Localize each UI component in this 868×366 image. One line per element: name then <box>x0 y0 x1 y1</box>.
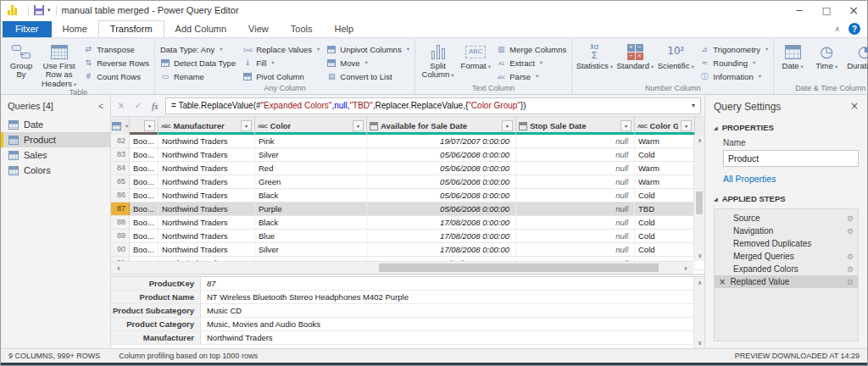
scrollbar-thumb[interactable] <box>379 263 659 272</box>
split-column-button[interactable]: Split Column▾ <box>418 41 458 84</box>
applied-step-expanded-colors[interactable]: Expanded Colors⚙ <box>715 263 858 275</box>
tab-home[interactable]: Home <box>52 21 98 37</box>
detect-data-type-button[interactable]: Detect Data Type <box>158 57 238 69</box>
column-header-name[interactable]: ▾ <box>130 117 159 135</box>
help-icon[interactable]: ? <box>849 23 860 35</box>
applied-step-replaced-value[interactable]: ×Replaced Value⚙ <box>715 275 858 288</box>
collapse-ribbon-icon[interactable]: ∧ <box>834 25 840 33</box>
table-row[interactable]: 88Boo...Northwind TradersBlack17/08/2008… <box>111 216 704 230</box>
scroll-left-icon[interactable]: ‹ <box>113 262 125 274</box>
parse-button[interactable]: abc Parse ▾ <box>493 70 569 82</box>
formula-expand-icon[interactable]: ▾ <box>692 102 695 109</box>
query-item-date[interactable]: Date <box>1 117 110 132</box>
duration-button[interactable]: ◔ Duration▾ <box>844 41 868 84</box>
query-item-colors[interactable]: Colors <box>1 163 110 178</box>
column-header-group[interactable]: ABCColor Group▾ <box>635 117 695 135</box>
scroll-up-icon[interactable]: ∧ <box>694 277 704 288</box>
applied-step-navigation[interactable]: Navigation⚙ <box>715 225 858 237</box>
select-all-corner[interactable]: ▾ <box>111 117 130 135</box>
scroll-up-icon[interactable]: ∧ <box>694 135 704 146</box>
scrollbar-thumb[interactable] <box>696 191 703 214</box>
rounding-button[interactable]: ≈ Rounding ▾ <box>697 57 771 69</box>
filter-icon[interactable]: ▾ <box>681 120 692 131</box>
tab-fitxer[interactable]: Fitxer <box>3 21 52 37</box>
table-row[interactable]: 85Boo...Northwind TradersGreen05/06/2008… <box>111 175 704 189</box>
format-button[interactable]: ABC Format▾ <box>459 41 492 84</box>
tab-tools[interactable]: Tools <box>280 21 324 37</box>
pivot-column-button[interactable]: Pivot Column <box>240 70 322 82</box>
filter-icon[interactable]: ▾ <box>620 120 632 131</box>
merge-columns-button[interactable]: ▥ Merge Columns <box>493 43 569 55</box>
transpose-button[interactable]: ⇄ Transpose <box>81 43 152 55</box>
filter-icon[interactable]: ▾ <box>241 120 252 131</box>
gear-icon[interactable]: ⚙ <box>847 278 854 286</box>
column-header-manufacturer[interactable]: ABCManufacturer▾ <box>159 117 255 135</box>
count-rows-button[interactable]: # Count Rows <box>81 70 152 82</box>
filter-icon[interactable]: ▾ <box>144 120 155 131</box>
convert-to-list-button[interactable]: ▤ Convert to List <box>324 70 412 82</box>
scroll-down-icon[interactable]: ∨ <box>694 337 704 348</box>
move-button[interactable]: Move ▾ <box>324 57 412 69</box>
column-header-available[interactable]: Available for Sale Date▾ <box>367 117 516 135</box>
minimize-button[interactable]: ─ <box>786 1 813 19</box>
formula-cancel-icon[interactable]: × <box>114 101 128 110</box>
table-row[interactable]: 82Boo...Northwind TradersPink19/07/2007 … <box>111 135 704 148</box>
trigonometry-button[interactable]: ⊿ Trigonometry ▾ <box>697 43 771 55</box>
replace-values-button[interactable]: 1↔2 Replace Values ▾ <box>240 43 322 55</box>
table-row[interactable]: 84Boo...Northwind TradersRed05/06/2008 0… <box>111 162 704 175</box>
detail-vertical-scrollbar[interactable]: ∧ ∨ <box>693 277 704 348</box>
maximize-button[interactable]: □ <box>813 1 840 19</box>
status-profiling-note[interactable]: Column profiling based on top 1000 rows <box>119 352 258 360</box>
table-row[interactable]: 89Boo...Northwind TradersBlue17/08/2008 … <box>111 230 704 243</box>
time-button[interactable]: ◷ Time▾ <box>810 41 843 84</box>
applied-step-merged-queries[interactable]: Merged Queries⚙ <box>715 250 858 263</box>
table-row[interactable]: 86Boo...Northwind TradersBlack05/06/2008… <box>111 189 704 202</box>
tab-help[interactable]: Help <box>323 21 364 37</box>
vertical-scrollbar[interactable]: ∧ ∨ <box>693 135 704 261</box>
applied-step-removed-duplicates[interactable]: Removed Duplicates <box>715 237 858 250</box>
table-row[interactable]: 87Boo...Northwind TradersPurple05/06/200… <box>111 202 704 216</box>
standard-button[interactable]: +−÷× Standard▾ <box>615 41 654 84</box>
filter-icon[interactable]: ▾ <box>502 120 513 131</box>
gear-icon[interactable]: ⚙ <box>847 252 854 261</box>
all-properties-link[interactable]: All Properties <box>723 174 859 184</box>
query-item-sales[interactable]: Sales <box>1 147 110 163</box>
collapse-queries-pane-icon[interactable]: < <box>98 102 103 111</box>
applied-step-source[interactable]: Source⚙ <box>715 212 858 225</box>
extract-button[interactable]: A1 Extract ▾ <box>493 57 569 69</box>
gear-icon[interactable]: ⚙ <box>847 214 854 223</box>
gear-icon[interactable]: ⚙ <box>847 265 854 274</box>
column-header-color[interactable]: ABCColor▾ <box>255 117 367 135</box>
scientific-button[interactable]: 10² Scientific▾ <box>656 41 695 84</box>
column-header-stop[interactable]: Stop Sale Date▾ <box>516 117 635 135</box>
unpivot-columns-button[interactable]: Unpivot Columns ▾ <box>324 43 412 55</box>
rename-button[interactable]: ▭ Rename <box>158 70 238 82</box>
gear-icon[interactable]: ⚙ <box>847 227 854 236</box>
query-name-input[interactable] <box>723 150 859 167</box>
formula-confirm-icon[interactable]: ✓ <box>131 101 145 110</box>
save-icon[interactable] <box>34 5 44 15</box>
applied-steps-section-header[interactable]: ◢ APPLIED STEPS <box>714 194 859 203</box>
close-pane-icon[interactable]: × <box>850 100 859 112</box>
delete-step-icon[interactable]: × <box>719 277 726 286</box>
filter-icon[interactable]: ▾ <box>353 120 364 131</box>
information-button[interactable]: ⓘ Information ▾ <box>697 70 771 82</box>
horizontal-scrollbar[interactable]: ‹ › <box>111 261 693 274</box>
reverse-rows-button[interactable]: ⇅ Reverse Rows <box>81 57 152 69</box>
fill-button[interactable]: ↓ Fill ▾ <box>240 57 322 69</box>
tab-view[interactable]: View <box>237 21 280 37</box>
table-row[interactable]: 90Boo...Northwind TradersSilver17/08/200… <box>111 243 704 257</box>
use-first-row-as-headers-button[interactable]: Use First Row as Headers▾ <box>39 41 79 88</box>
formula-input[interactable]: = Table.ReplaceValue(#"Expanded Colors",… <box>165 97 701 114</box>
scroll-down-icon[interactable]: ∨ <box>694 250 704 261</box>
data-type-button[interactable]: Data Type: Any ▾ <box>158 43 238 55</box>
tab-add-column[interactable]: Add Column <box>164 21 238 37</box>
close-button[interactable]: × <box>840 1 867 19</box>
quick-access-caret-icon[interactable]: ▾ <box>47 7 51 14</box>
query-item-product[interactable]: Product <box>1 132 110 147</box>
properties-section-header[interactable]: ◢ PROPERTIES <box>714 123 859 132</box>
group-by-button[interactable]: Group By <box>5 41 37 88</box>
tab-transform[interactable]: Transform <box>98 20 164 37</box>
table-row[interactable]: 83Boo...Northwind TradersSilver05/06/200… <box>111 148 704 162</box>
scroll-right-icon[interactable]: › <box>680 262 692 274</box>
